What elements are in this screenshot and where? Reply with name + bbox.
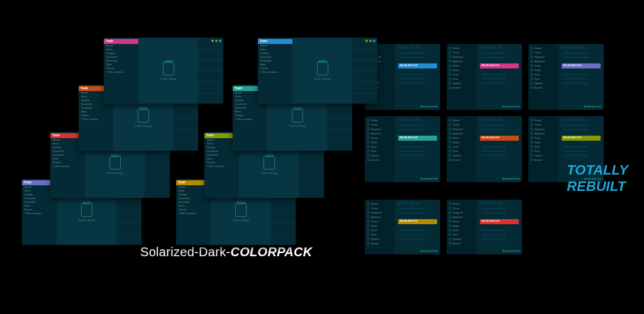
panel-sidebar-item[interactable]: Network: [447, 202, 477, 206]
window-control-dot[interactable]: [369, 40, 372, 42]
panel-sidebar-item[interactable]: Background: [528, 127, 558, 131]
window-control-dot[interactable]: [215, 40, 218, 42]
panel-sidebar-item[interactable]: Accounts: [447, 241, 477, 246]
panel-sidebar-item[interactable]: Network: [528, 46, 558, 50]
panel-sidebar-item[interactable]: Background: [528, 55, 558, 59]
panel-sidebar-item[interactable]: Sound: [365, 144, 395, 149]
panel-sidebar-item[interactable]: Privacy: [447, 219, 477, 224]
panel-sidebar-item[interactable]: Power: [447, 232, 477, 237]
panel-sidebar-item[interactable]: Keyboard: [447, 153, 477, 158]
panel-tab[interactable]: [573, 118, 578, 121]
panel-sidebar-item[interactable]: Applications: [365, 215, 395, 219]
panel-sidebar-item[interactable]: Display: [447, 140, 477, 144]
panel-tab[interactable]: [485, 118, 490, 121]
panel-tab[interactable]: [560, 118, 565, 121]
panel-sidebar-item[interactable]: Privacy: [365, 136, 395, 140]
window-control-dot[interactable]: [211, 40, 214, 42]
panel-highlight-bar[interactable]: Mozilla Dark Full: [480, 136, 519, 141]
panel-tab[interactable]: [403, 118, 408, 121]
panel-tab[interactable]: [485, 202, 490, 205]
sidebar-other-locations[interactable]: • Other Locations: [79, 117, 113, 121]
panel-sidebar-item[interactable]: Keyboard: [528, 81, 558, 85]
panel-sidebar-item[interactable]: Display: [528, 140, 558, 144]
panel-highlight-bar[interactable]: Mozilla Dark Full: [398, 136, 437, 141]
panel-tab[interactable]: [416, 46, 421, 49]
panel-sidebar-item[interactable]: Display: [447, 224, 477, 228]
panel-sidebar-item[interactable]: Power: [447, 149, 477, 153]
panel-tab[interactable]: [567, 46, 572, 49]
panel-sidebar-item[interactable]: Privacy: [528, 63, 558, 68]
panel-tab[interactable]: [567, 118, 572, 121]
panel-sidebar-item[interactable]: Themes: [447, 206, 477, 210]
sidebar-other-locations[interactable]: • Other Locations: [258, 70, 292, 74]
panel-sidebar-item[interactable]: Keyboard: [365, 237, 395, 241]
panel-sidebar-item[interactable]: Privacy: [528, 136, 558, 140]
panel-tab[interactable]: [491, 202, 496, 205]
panel-tab[interactable]: [409, 118, 414, 121]
panel-sidebar-item[interactable]: Background: [365, 210, 395, 215]
panel-sidebar-item[interactable]: Display: [528, 68, 558, 72]
panel-tab[interactable]: [579, 118, 584, 121]
panel-tab[interactable]: [409, 202, 414, 205]
panel-sidebar-item[interactable]: Applications: [365, 131, 395, 136]
panel-sidebar-item[interactable]: Power: [447, 77, 477, 81]
panel-sidebar-item[interactable]: Sound: [528, 144, 558, 149]
panel-sidebar-item[interactable]: Applications: [447, 215, 477, 219]
panel-sidebar-item[interactable]: Background: [447, 127, 477, 131]
panel-sidebar-item[interactable]: Applications: [447, 59, 477, 63]
panel-sidebar-item[interactable]: Display: [365, 224, 395, 228]
panel-tab[interactable]: [403, 202, 408, 205]
panel-tab[interactable]: [416, 118, 421, 121]
panel-sidebar-item[interactable]: Network: [365, 118, 395, 122]
panel-tab[interactable]: [579, 46, 584, 49]
panel-highlight-bar[interactable]: Mozilla Dark Full: [398, 63, 437, 68]
panel-sidebar-item[interactable]: Sound: [528, 72, 558, 77]
panel-sidebar-item[interactable]: Display: [365, 140, 395, 144]
panel-tab[interactable]: [491, 118, 496, 121]
panel-sidebar-item[interactable]: Accounts: [365, 158, 395, 162]
panel-highlight-bar[interactable]: Mozilla Dark Full: [562, 136, 601, 141]
panel-tab[interactable]: [485, 46, 490, 49]
panel-sidebar-item[interactable]: Keyboard: [365, 153, 395, 158]
panel-sidebar-item[interactable]: Applications: [528, 59, 558, 63]
panel-sidebar-item[interactable]: Applications: [528, 131, 558, 136]
panel-sidebar-item[interactable]: Privacy: [365, 219, 395, 224]
window-control-dot[interactable]: [219, 40, 221, 42]
panel-sidebar-item[interactable]: Network: [365, 202, 395, 206]
panel-highlight-bar[interactable]: Mozilla Dark Full: [562, 63, 601, 68]
panel-sidebar-item[interactable]: Themes: [365, 206, 395, 210]
panel-sidebar-item[interactable]: Accounts: [447, 85, 477, 90]
panel-sidebar-item[interactable]: Accounts: [528, 85, 558, 90]
sidebar-other-locations[interactable]: • Other Locations: [50, 165, 85, 168]
sidebar-other-locations[interactable]: • Other Locations: [176, 212, 211, 215]
panel-sidebar-item[interactable]: Accounts: [447, 158, 477, 162]
panel-sidebar-item[interactable]: Themes: [365, 122, 395, 127]
sidebar-other-locations[interactable]: • Other Locations: [104, 70, 138, 74]
panel-sidebar-item[interactable]: Privacy: [447, 63, 477, 68]
panel-highlight-bar[interactable]: Mozilla Dark Full: [480, 63, 519, 68]
panel-sidebar-item[interactable]: Sound: [447, 228, 477, 232]
panel-tab[interactable]: [416, 202, 421, 205]
panel-tab[interactable]: [479, 202, 484, 205]
panel-sidebar-item[interactable]: Themes: [528, 122, 558, 127]
panel-sidebar-item[interactable]: Display: [447, 68, 477, 72]
panel-sidebar-item[interactable]: Power: [365, 149, 395, 153]
panel-tab[interactable]: [479, 46, 484, 49]
panel-sidebar-item[interactable]: Sound: [447, 144, 477, 149]
panel-sidebar-item[interactable]: Network: [447, 118, 477, 122]
panel-tab[interactable]: [491, 46, 496, 49]
panel-tab[interactable]: [479, 118, 484, 121]
panel-tab[interactable]: [397, 202, 402, 205]
window-control-dot[interactable]: [365, 40, 368, 42]
sidebar-other-locations[interactable]: • Other Locations: [204, 165, 239, 168]
panel-sidebar-item[interactable]: Applications: [447, 131, 477, 136]
panel-sidebar-item[interactable]: Privacy: [447, 136, 477, 140]
panel-sidebar-item[interactable]: Background: [447, 210, 477, 215]
panel-sidebar-item[interactable]: Keyboard: [528, 153, 558, 158]
panel-sidebar-item[interactable]: Accounts: [528, 158, 558, 162]
panel-sidebar-item[interactable]: Themes: [447, 122, 477, 127]
panel-tab[interactable]: [409, 46, 414, 49]
panel-sidebar-item[interactable]: Sound: [447, 72, 477, 77]
sidebar-other-locations[interactable]: • Other Locations: [233, 117, 267, 121]
panel-sidebar-item[interactable]: Sound: [365, 228, 395, 232]
